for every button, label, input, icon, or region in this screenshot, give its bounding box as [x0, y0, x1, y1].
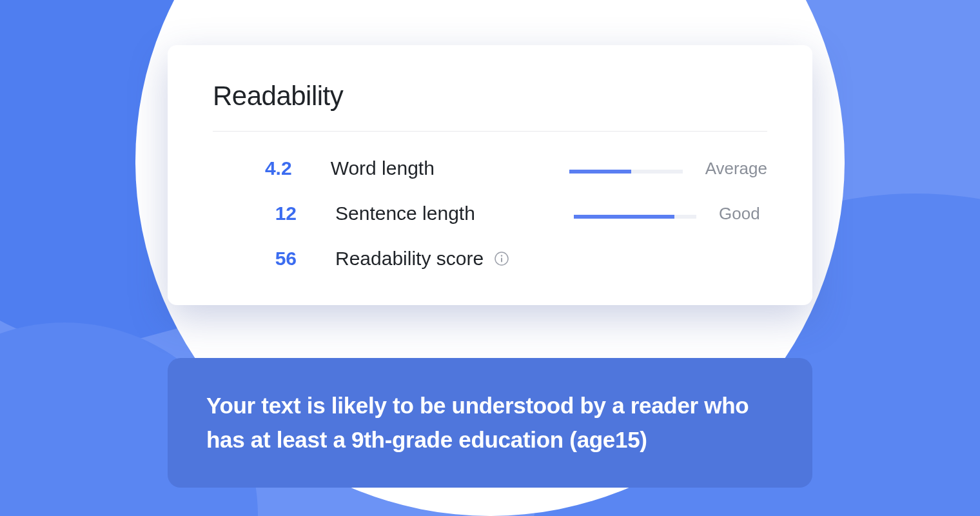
info-icon[interactable] [494, 251, 509, 266]
divider [213, 131, 767, 132]
metric-row-word-length: 4.2 Word length Average [213, 157, 767, 179]
summary-text: Your text is likely to be understood by … [206, 389, 774, 457]
metric-value: 4.2 [232, 157, 292, 179]
metric-value: 56 [232, 248, 297, 270]
readability-card: Readability 4.2 Word length Average 12 S… [168, 45, 812, 305]
metric-bar-fill [569, 170, 632, 174]
metric-rating: Average [705, 159, 767, 179]
metric-label: Readability score [335, 248, 535, 270]
metric-label: Word length [331, 157, 531, 179]
metric-bar [574, 215, 696, 219]
svg-rect-2 [501, 258, 502, 263]
metric-row-readability-score: 56 Readability score [213, 248, 767, 270]
metric-label-text: Sentence length [335, 203, 475, 224]
metric-label: Sentence length [335, 203, 535, 224]
metric-row-sentence-length: 12 Sentence length Good [213, 203, 767, 224]
metric-bar-fill [574, 215, 674, 219]
svg-point-1 [501, 255, 502, 256]
card-title: Readability [213, 81, 767, 112]
metric-label-text: Readability score [335, 248, 484, 270]
metric-value: 12 [232, 203, 297, 224]
metric-rating: Good [719, 204, 760, 224]
metric-label-text: Word length [331, 157, 435, 179]
metric-bar [569, 170, 683, 174]
summary-card: Your text is likely to be understood by … [168, 358, 812, 488]
